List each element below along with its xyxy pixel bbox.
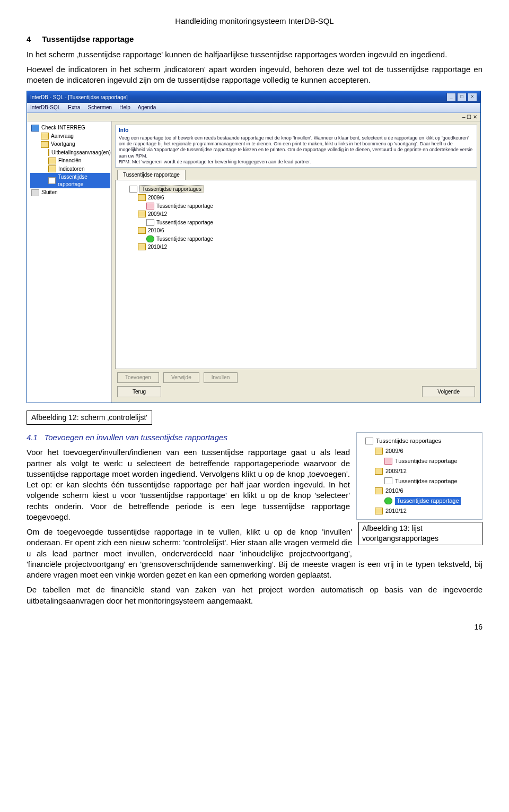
- figure-caption-13: Afbeelding 13: lijst voortgangsrapportag…: [358, 522, 482, 545]
- paragraph: De tabellen met de financiële stand van …: [27, 584, 482, 606]
- menu-item[interactable]: Help: [119, 104, 130, 111]
- tree-period[interactable]: 2009/12: [365, 466, 478, 476]
- menu-item[interactable]: Extra: [68, 104, 80, 111]
- tree-report[interactable]: Tussentijdse rapportage: [146, 219, 471, 227]
- nav-row: Terug Volgende: [115, 383, 477, 400]
- figure-caption-12: Afbeelding 12: scherm ‚controlelijst': [27, 411, 152, 425]
- page-icon: [365, 438, 373, 444]
- tree-panel[interactable]: Tussentijdse rapportages 2009/6 Tussenti…: [115, 180, 477, 370]
- folder-icon: [375, 508, 383, 514]
- page-icon: [48, 177, 56, 184]
- section-number: 4: [27, 34, 31, 43]
- tree-report[interactable]: Tussentijdse rapportage: [365, 476, 478, 486]
- check-icon: [146, 235, 154, 242]
- tree-report-selected[interactable]: Tussentijdse rapportage: [365, 496, 478, 506]
- next-button[interactable]: Volgende: [422, 386, 475, 398]
- sidebar-item[interactable]: Financiën: [30, 156, 110, 165]
- folder-icon: [375, 468, 383, 475]
- page-icon: [129, 186, 137, 193]
- report-icon: [146, 203, 154, 209]
- tree-period[interactable]: 2009/12: [138, 210, 471, 219]
- paragraph: In het scherm ‚tussentijdse rapportage' …: [27, 49, 482, 60]
- window-title: InterDB - SQL - [Tussentijdse rapportage…: [30, 94, 128, 101]
- tab[interactable]: Tussentijdse rapportage: [117, 170, 186, 180]
- close-folder-icon: [31, 189, 39, 196]
- section-heading: 4 Tussentijdse rapportage: [27, 34, 482, 45]
- menu-item[interactable]: Agenda: [138, 104, 156, 111]
- folder-icon: [138, 227, 146, 234]
- sidebar-item[interactable]: Indicatoren: [30, 165, 110, 173]
- info-text: RPM: Met 'weigeren' wordt de rapportage …: [119, 159, 473, 165]
- paragraph: Hoewel de indicatoren in het scherm ‚ind…: [27, 64, 482, 86]
- subsection-number: 4.1: [27, 433, 38, 442]
- sidebar[interactable]: Check INTERREG Aanvraag Voortgang Uitbet…: [27, 121, 112, 403]
- folder-icon: [41, 141, 49, 148]
- app-window: InterDB - SQL - [Tussentijdse rapportage…: [27, 91, 481, 403]
- section-title: Tussentijdse rapportage: [42, 34, 134, 43]
- tree-report[interactable]: Tussentijdse rapportage: [146, 235, 471, 243]
- tree-report[interactable]: Tussentijdse rapportage: [365, 456, 478, 466]
- maximize-icon[interactable]: □: [457, 93, 467, 101]
- add-button[interactable]: Toevoegen: [117, 372, 159, 383]
- main-panel: Info Voeg een rapportage toe of bewerk e…: [112, 121, 480, 403]
- tree-period[interactable]: 2009/6: [138, 194, 471, 202]
- folder-icon: [138, 211, 146, 217]
- menu-item[interactable]: Schermen: [88, 104, 112, 111]
- folder-icon: [138, 194, 146, 201]
- tree-root[interactable]: Tussentijdse rapportages: [365, 436, 478, 446]
- sidebar-item[interactable]: Uitbetalingsaanvraag(en): [30, 149, 110, 157]
- folder-icon: [48, 165, 56, 172]
- sidebar-item[interactable]: Voortgang: [30, 140, 110, 149]
- fill-button[interactable]: Invullen: [204, 372, 238, 383]
- check-icon: [384, 497, 392, 504]
- page-header: Handleiding monitoringsysteem InterDB-SQ…: [27, 16, 482, 27]
- tree-report[interactable]: Tussentijdse rapportage: [146, 202, 471, 211]
- sidebar-close[interactable]: Sluiten: [30, 188, 110, 197]
- close-icon[interactable]: ×: [468, 93, 477, 101]
- folder-icon: [41, 133, 49, 139]
- folder-icon: [48, 158, 56, 164]
- sidebar-item-selected[interactable]: Tussentijdse rapportage: [30, 173, 110, 188]
- folder-icon: [48, 149, 49, 156]
- tree-period[interactable]: 2009/6: [365, 446, 478, 456]
- folder-icon: [375, 448, 383, 455]
- subsection-title: Toevoegen en invullen van tussentijdse r…: [44, 433, 227, 442]
- info-label: Info: [119, 127, 473, 134]
- minimize-icon[interactable]: _: [446, 93, 456, 101]
- back-button[interactable]: Terug: [117, 386, 161, 398]
- sidebar-root[interactable]: Check INTERREG: [30, 124, 110, 132]
- folder-icon: [31, 125, 39, 132]
- sidebar-item[interactable]: Aanvraag: [30, 132, 110, 141]
- page-icon: [146, 219, 154, 226]
- tree-root[interactable]: Tussentijdse rapportages: [129, 185, 471, 194]
- tree-period[interactable]: 2010/6: [365, 486, 478, 496]
- window-controls[interactable]: _ □ ×: [446, 93, 477, 101]
- info-box: Info Voeg een rapportage toe of bewerk e…: [115, 125, 477, 168]
- subwindow-controls[interactable]: – ☐ ✕: [27, 113, 480, 122]
- tree-period[interactable]: 2010/12: [138, 243, 471, 251]
- info-text: Voeg een rapportage toe of bewerk een re…: [119, 135, 473, 159]
- folder-icon: [138, 243, 146, 250]
- page-icon: [384, 477, 392, 484]
- folder-icon: [375, 487, 383, 494]
- menu-item[interactable]: InterDB-SQL: [30, 104, 60, 111]
- titlebar: InterDB - SQL - [Tussentijdse rapportage…: [27, 91, 480, 103]
- mini-tree: Tussentijdse rapportages 2009/6 Tussenti…: [356, 432, 482, 520]
- tree-period[interactable]: 2010/6: [138, 226, 471, 235]
- menubar[interactable]: InterDB-SQL Extra Schermen Help Agenda: [27, 103, 480, 113]
- button-row: Toevoegen Verwijde Invullen: [115, 369, 477, 383]
- report-icon: [384, 458, 392, 465]
- tree-period[interactable]: 2010/12: [365, 506, 478, 516]
- delete-button[interactable]: Verwijde: [163, 372, 199, 383]
- page-number: 16: [27, 622, 482, 632]
